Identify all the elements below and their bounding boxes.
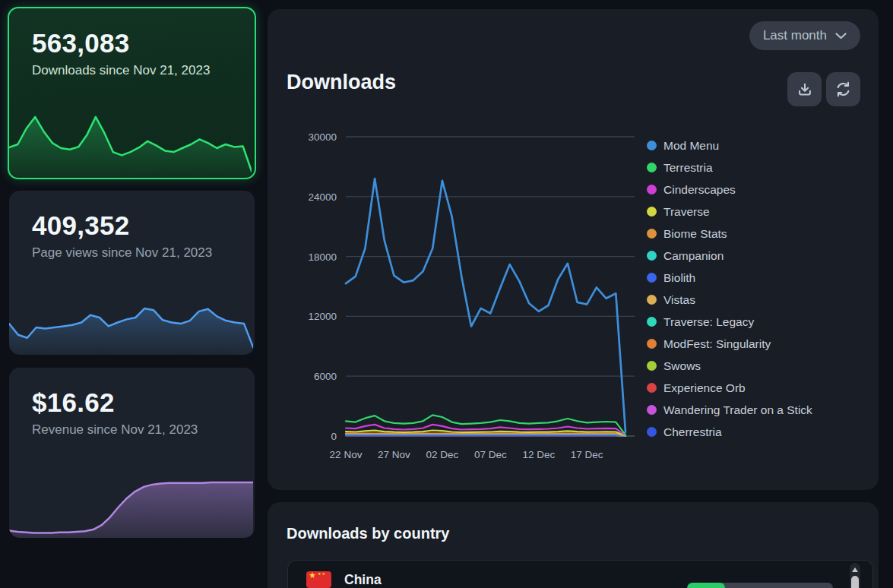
- series-line: [346, 179, 625, 432]
- legend-item[interactable]: Biome Stats: [647, 223, 812, 245]
- legend-label: Terrestria: [663, 161, 713, 175]
- country-list-scrollbar[interactable]: [850, 563, 860, 588]
- legend-item[interactable]: Wandering Trader on a Stick: [647, 399, 812, 421]
- country-panel-title: Downloads by country: [287, 525, 449, 542]
- scrollbar-thumb[interactable]: [851, 576, 859, 588]
- chart-legend: Mod MenuTerrestriaCinderscapesTraverseBi…: [647, 134, 812, 443]
- legend-dot-icon: [647, 295, 657, 305]
- y-tick-label: 18000: [308, 251, 337, 263]
- legend-label: ModFest: Singularity: [663, 337, 771, 351]
- x-tick-label: 02 Dec: [426, 449, 459, 460]
- legend-label: Cinderscapes: [663, 183, 736, 197]
- country-progress-fill: [687, 583, 725, 588]
- legend-dot-icon: [647, 405, 657, 415]
- revenue-total-label: Revenue since Nov 21, 2023: [9, 418, 245, 438]
- legend-label: Vistas: [663, 293, 695, 307]
- legend-item[interactable]: Swows: [647, 355, 812, 377]
- legend-label: Mod Menu: [663, 139, 719, 153]
- x-tick-label: 27 Nov: [378, 449, 410, 460]
- country-list: ★ ★★ China: [287, 560, 873, 588]
- downloads-total: 563,083: [9, 8, 255, 58]
- revenue-sparkline: [9, 479, 253, 538]
- country-panel: Downloads by country ★ ★★ China: [268, 502, 879, 588]
- legend-item[interactable]: Mod Menu: [647, 134, 812, 156]
- country-progress-bar: [687, 583, 833, 588]
- country-name: China: [344, 572, 382, 588]
- legend-dot-icon: [647, 339, 657, 349]
- y-tick-label: 6000: [314, 371, 337, 382]
- legend-dot-icon: [647, 317, 657, 327]
- legend-item[interactable]: Traverse: [647, 201, 812, 223]
- downloads-line-chart[interactable]: 060001200018000240003000022 Nov27 Nov02 …: [274, 125, 642, 471]
- legend-label: Experience Orb: [663, 381, 746, 395]
- y-tick-label: 30000: [308, 131, 337, 143]
- date-range-selector[interactable]: Last month: [749, 21, 860, 50]
- legend-dot-icon: [647, 185, 657, 194]
- country-row-china: ★ ★★ China: [288, 561, 872, 588]
- x-tick-label: 07 Dec: [474, 449, 507, 460]
- export-download-button[interactable]: [787, 72, 822, 106]
- pageviews-sparkline: [9, 290, 253, 355]
- stat-card-revenue[interactable]: $16.62 Revenue since Nov 21, 2023: [9, 368, 255, 538]
- legend-dot-icon: [647, 427, 657, 437]
- x-tick-label: 17 Dec: [571, 449, 603, 460]
- legend-item[interactable]: Biolith: [647, 267, 812, 289]
- legend-item[interactable]: Cinderscapes: [647, 179, 812, 201]
- legend-item[interactable]: Experience Orb: [647, 377, 812, 399]
- revenue-total: $16.62: [9, 368, 255, 418]
- chart-actions: [787, 72, 860, 106]
- refresh-icon: [834, 81, 852, 98]
- legend-item[interactable]: Vistas: [647, 289, 812, 311]
- legend-dot-icon: [647, 141, 657, 150]
- downloads-sparkline: [9, 111, 252, 178]
- legend-dot-icon: [647, 163, 657, 172]
- downloads-total-label: Downloads since Nov 21, 2023: [9, 58, 245, 79]
- legend-label: Wandering Trader on a Stick: [663, 403, 812, 417]
- legend-item[interactable]: Traverse: Legacy: [647, 311, 812, 333]
- downloads-panel: Last month: [268, 9, 879, 490]
- stat-card-downloads[interactable]: 563,083 Downloads since Nov 21, 2023: [8, 7, 256, 179]
- legend-item[interactable]: ModFest: Singularity: [647, 333, 812, 355]
- y-tick-label: 12000: [308, 311, 337, 322]
- legend-dot-icon: [647, 383, 657, 393]
- china-flag-icon: ★ ★★: [306, 571, 331, 588]
- pageviews-total: 409,352: [9, 191, 255, 241]
- legend-item[interactable]: Terrestria: [647, 156, 812, 179]
- y-tick-label: 24000: [308, 191, 337, 203]
- legend-item[interactable]: Cherrestria: [647, 421, 812, 443]
- legend-dot-icon: [647, 251, 657, 261]
- date-range-label: Last month: [763, 28, 827, 43]
- x-tick-label: 12 Dec: [522, 449, 555, 460]
- chevron-down-icon: [835, 33, 847, 40]
- scrollbar-up-icon[interactable]: [852, 567, 858, 572]
- legend-label: Campanion: [663, 249, 724, 263]
- pageviews-total-label: Page views since Nov 21, 2023: [9, 241, 245, 261]
- legend-dot-icon: [647, 273, 657, 283]
- refresh-button[interactable]: [826, 72, 860, 106]
- legend-label: Swows: [663, 359, 701, 373]
- legend-label: Traverse: [663, 205, 710, 219]
- analytics-page: 563,083 Downloads since Nov 21, 2023 409…: [0, 0, 893, 588]
- page-title: Downloads: [287, 71, 396, 94]
- legend-dot-icon: [647, 207, 657, 217]
- x-tick-label: 22 Nov: [330, 449, 363, 460]
- legend-dot-icon: [647, 229, 657, 239]
- download-icon: [796, 81, 813, 98]
- legend-label: Cherrestria: [663, 425, 722, 439]
- legend-label: Traverse: Legacy: [663, 315, 754, 329]
- series-line: [346, 435, 625, 436]
- legend-item[interactable]: Campanion: [647, 245, 812, 267]
- legend-dot-icon: [647, 361, 657, 371]
- y-tick-label: 0: [331, 431, 337, 442]
- legend-label: Biolith: [663, 271, 695, 285]
- legend-label: Biome Stats: [663, 227, 727, 241]
- stat-card-pageviews[interactable]: 409,352 Page views since Nov 21, 2023: [9, 191, 255, 355]
